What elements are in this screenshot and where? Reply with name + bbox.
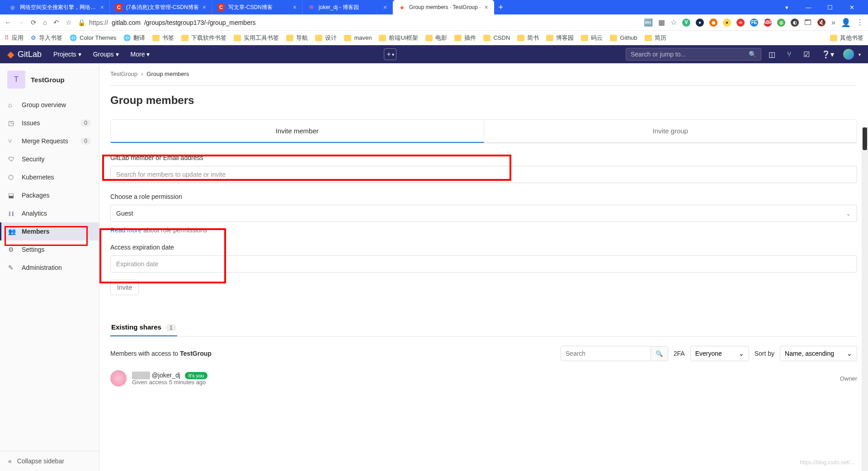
- read-more-link[interactable]: Read more: [110, 226, 142, 234]
- gitlab-logo[interactable]: ◆ GitLab: [7, 49, 42, 60]
- todos-icon[interactable]: ☑: [799, 50, 814, 59]
- bookmark-folder[interactable]: 设计: [315, 34, 337, 42]
- bookmark-folder[interactable]: maven: [344, 34, 372, 41]
- translate-bookmark[interactable]: 🌐翻译: [123, 34, 145, 42]
- bookmark-folder[interactable]: 博客园: [546, 34, 574, 42]
- user-avatar[interactable]: [843, 49, 854, 60]
- browser-tab-3[interactable]: 👾 joker_dj - 博客园 ×: [302, 0, 393, 14]
- import-bookmark[interactable]: ⚙导入书签: [31, 34, 62, 42]
- bookmark-folder[interactable]: 插件: [454, 34, 476, 42]
- url-bar[interactable]: 🔒 https://gitlab.com/groups/testgroup173…: [78, 19, 637, 26]
- existing-shares-tab[interactable]: Existing shares 1: [110, 319, 177, 336]
- bookmark-folder[interactable]: 电影: [425, 34, 447, 42]
- member-search-input[interactable]: [110, 166, 857, 183]
- close-icon[interactable]: ×: [100, 4, 104, 11]
- role-select[interactable]: Guest ⌄: [110, 205, 857, 222]
- close-icon[interactable]: ×: [383, 4, 387, 11]
- menu-icon[interactable]: ⋮: [856, 18, 863, 27]
- adblock-ext-icon[interactable]: ABP: [764, 19, 772, 27]
- tab-invite-member[interactable]: Invite member: [111, 120, 484, 143]
- bookmark-folder[interactable]: 下载软件书签: [181, 34, 226, 42]
- ext-icon[interactable]: FE: [750, 19, 758, 27]
- qr-ext-icon[interactable]: ▦: [658, 18, 665, 27]
- home-icon[interactable]: ⌂: [43, 19, 47, 26]
- sidebar-item-overview[interactable]: ⌂Group overview: [0, 96, 99, 114]
- twofa-dropdown[interactable]: Everyone⌄: [690, 346, 749, 361]
- collapse-sidebar-button[interactable]: «Collapse sidebar: [0, 451, 99, 471]
- bookmark-folder[interactable]: 简书: [517, 34, 539, 42]
- new-button[interactable]: ＋ ▾: [384, 48, 396, 60]
- vue-ext-icon[interactable]: V: [682, 19, 690, 27]
- bookmark-folder[interactable]: 书签: [152, 34, 174, 42]
- ext-icon[interactable]: ●: [696, 19, 704, 27]
- ext-icon[interactable]: ◉: [709, 19, 717, 27]
- browser-tab-4[interactable]: ◆ Group members · TestGroup · ×: [393, 0, 494, 14]
- apps-bookmark[interactable]: ⠿应用: [5, 34, 24, 42]
- bookmark-folder[interactable]: CSDN: [483, 34, 510, 41]
- search-button[interactable]: 🔍: [651, 346, 668, 361]
- maximize-icon[interactable]: ☐: [821, 4, 839, 11]
- mute-ext-icon[interactable]: 🔇: [817, 18, 826, 27]
- reload-icon[interactable]: ⟳: [31, 19, 37, 27]
- sidebar-item-packages[interactable]: ⬓Packages: [0, 186, 99, 204]
- panel-ext-icon[interactable]: 🗔: [804, 19, 811, 27]
- sidebar-item-kubernetes[interactable]: ⬡Kubernetes: [0, 168, 99, 186]
- breadcrumb-parent[interactable]: TestGroup: [110, 71, 137, 77]
- browser-tab-1[interactable]: C (7条消息)文章管理-CSDN博客 ×: [110, 0, 212, 14]
- sidebar-item-issues[interactable]: ◳Issues0: [0, 114, 99, 132]
- close-icon[interactable]: ×: [293, 4, 297, 11]
- bookmark-folder[interactable]: 码云: [581, 34, 603, 42]
- scrollbar[interactable]: [862, 127, 868, 471]
- back-icon[interactable]: ←: [5, 19, 11, 26]
- sort-dropdown[interactable]: Name, ascending⌄: [780, 346, 857, 361]
- help-icon[interactable]: ❔▾: [817, 50, 839, 59]
- nav-groups[interactable]: Groups▾: [89, 51, 123, 58]
- members-search-input[interactable]: [561, 346, 651, 361]
- ext-icon[interactable]: ◎: [777, 19, 785, 27]
- invite-button[interactable]: Invite: [110, 280, 139, 295]
- sidebar-item-settings[interactable]: ⚙Settings: [0, 240, 99, 259]
- sidebar-item-merge-requests[interactable]: ⑂Merge Requests0: [0, 132, 99, 150]
- bookmark-folder[interactable]: Github: [610, 34, 637, 41]
- undo-nav-icon[interactable]: ↶: [53, 19, 59, 27]
- close-icon[interactable]: ×: [203, 4, 206, 11]
- ext-icon[interactable]: ●: [723, 19, 731, 27]
- bookmark-ext-icon[interactable]: ☆: [670, 18, 677, 27]
- browser-tab-0[interactable]: ◎ 网络空间安全搜索引擎，网络空... ×: [4, 0, 110, 14]
- nav-more[interactable]: More▾: [126, 51, 155, 58]
- chevron-ext-icon[interactable]: »: [831, 19, 835, 27]
- bookmark-folder[interactable]: 前端UI框架: [379, 34, 418, 42]
- browser-tab-2[interactable]: C 写文章-CSDN博客 ×: [212, 0, 302, 14]
- sidebar-item-administration[interactable]: ✎Administration: [0, 259, 99, 277]
- close-window-icon[interactable]: ✕: [843, 4, 861, 11]
- profile-icon[interactable]: 👤: [841, 18, 851, 28]
- bookmark-folder[interactable]: 简历: [645, 34, 666, 42]
- sidebar-item-analytics[interactable]: ⫿⫿Analytics: [0, 204, 99, 222]
- other-bookmarks[interactable]: 其他书签: [830, 34, 863, 42]
- forward-icon[interactable]: →: [18, 19, 24, 26]
- sidebar-item-security[interactable]: 🛡Security: [0, 150, 99, 168]
- gitlab-search[interactable]: 🔍: [626, 48, 761, 61]
- merge-requests-icon[interactable]: ⑂: [783, 50, 796, 58]
- chevron-down-icon[interactable]: ▾: [778, 4, 796, 11]
- bookmark-folder[interactable]: 导航: [286, 34, 308, 42]
- close-icon[interactable]: ×: [484, 4, 488, 11]
- minimize-icon[interactable]: —: [799, 4, 817, 11]
- new-tab-button[interactable]: +: [494, 3, 508, 12]
- star-icon[interactable]: ☆: [66, 19, 71, 27]
- nav-projects[interactable]: Projects▾: [49, 51, 86, 58]
- tab-invite-group[interactable]: Invite group: [484, 120, 857, 143]
- bookmark-folder[interactable]: 实用工具书签: [234, 34, 279, 42]
- ext-icon[interactable]: ◐: [791, 19, 799, 27]
- chevron-down-icon[interactable]: ▾: [859, 52, 861, 57]
- translate-ext-icon[interactable]: 🔤: [644, 18, 653, 27]
- scrollbar-thumb[interactable]: [863, 127, 867, 150]
- themes-bookmark[interactable]: 🌐Color Themes: [70, 34, 116, 41]
- expiry-date-input[interactable]: [110, 255, 857, 273]
- issues-icon[interactable]: ◫: [764, 50, 780, 59]
- search-input[interactable]: [631, 51, 749, 58]
- sidebar-group-header[interactable]: T TestGroup: [0, 63, 99, 96]
- sidebar-item-members[interactable]: 👥Members: [0, 222, 99, 240]
- ext-icon[interactable]: ∞: [736, 19, 745, 27]
- member-handle[interactable]: @joker_dj: [152, 372, 180, 379]
